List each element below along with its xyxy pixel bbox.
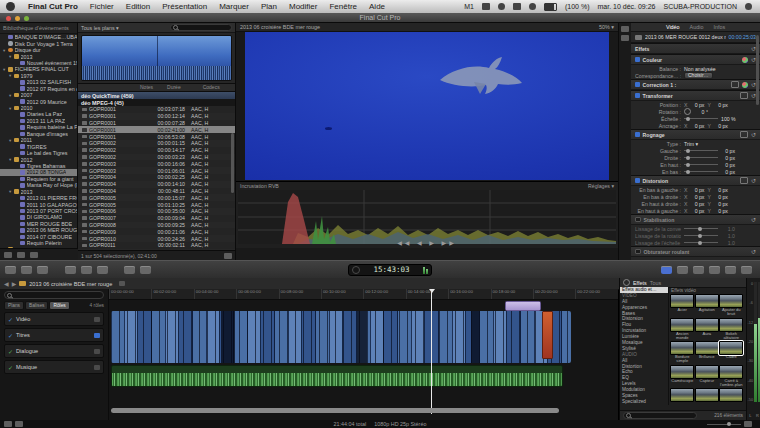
crop-enable-checkbox[interactable]: [635, 132, 640, 137]
transform-section-header[interactable]: Transformer ↺: [631, 90, 760, 101]
crop-param-field[interactable]: 0 px: [721, 155, 735, 161]
crop-type-dropdown[interactable]: Trim ▾: [684, 141, 698, 147]
correction-go-icon[interactable]: [731, 81, 739, 88]
menu-item[interactable]: Présentation: [162, 2, 207, 11]
rotation-field[interactable]: 0 °: [694, 109, 708, 115]
color-enable-checkbox[interactable]: [635, 57, 640, 62]
clip-row[interactable]: GOPR0007 00:00:09:04 AAC, H: [78, 215, 235, 222]
effect-thumbnail[interactable]: [695, 365, 719, 379]
clip-row[interactable]: GOPR0004 00:00:02:25 AAC, H: [78, 174, 235, 181]
primary-storyline[interactable]: [111, 311, 571, 363]
index-tab[interactable]: Plans: [4, 301, 24, 310]
audio-meter-mini-icon[interactable]: [423, 266, 428, 274]
role-minimize-icon[interactable]: [94, 333, 100, 338]
time-machine-icon[interactable]: [498, 3, 505, 10]
wifi-icon[interactable]: [529, 3, 536, 10]
timeline-index-toggle-icon[interactable]: [4, 421, 12, 427]
new-folder-icon[interactable]: [17, 252, 25, 258]
effect-thumbnail[interactable]: [695, 341, 719, 355]
effect-thumbnail[interactable]: [670, 318, 694, 332]
clip-action-icon[interactable]: [621, 35, 629, 41]
role-row[interactable]: ✓ Musique: [4, 360, 104, 374]
stabilization-section-header[interactable]: Stabilisation ↺: [631, 214, 760, 225]
apple-menu-icon[interactable]: [6, 2, 15, 11]
new-event-icon[interactable]: [4, 252, 12, 258]
photos-browser-icon[interactable]: [677, 266, 688, 274]
distort-section-header[interactable]: Distorsion ↺: [631, 175, 760, 186]
effects-browser-icon[interactable]: [661, 266, 672, 274]
menu-clock[interactable]: mar. 10 déc. 09:26: [598, 3, 656, 10]
inspector-tab[interactable]: Vidéo: [666, 24, 680, 30]
browser-scrollbar[interactable]: [231, 133, 234, 193]
role-minimize-icon[interactable]: [94, 317, 100, 322]
battery-icon[interactable]: [544, 3, 557, 11]
effect-thumbnail[interactable]: [719, 294, 743, 308]
role-row[interactable]: ✓ Vidéo: [4, 312, 104, 326]
crop-param-slider[interactable]: [684, 164, 718, 165]
clip-row[interactable]: GOPR0002 00:00:14:17 AAC, H: [78, 147, 235, 154]
clip-row[interactable]: GOPR0003 00:00:16:06 AAC, H: [78, 160, 235, 167]
rotation-dial[interactable]: [684, 108, 691, 115]
stabilization-field[interactable]: 1.0: [721, 233, 735, 239]
spotlight-icon[interactable]: [745, 3, 752, 10]
menu-item[interactable]: Plan: [261, 2, 277, 11]
distort-y-field[interactable]: 0 px: [714, 201, 728, 207]
menu-user[interactable]: SCUBA-PRODUCTION: [663, 3, 737, 10]
input-menu-label[interactable]: M1: [464, 3, 474, 10]
timeline-tracks-area[interactable]: 00:00:00:0000:02:00:0000:04:00:0000:06:0…: [109, 289, 618, 420]
effect-item[interactable]: Bokeh aléatoire: [719, 318, 744, 341]
library-action-icon[interactable]: [30, 252, 38, 258]
clip-row[interactable]: GOPR0004 00:00:14:10 AAC, H: [78, 181, 235, 188]
crop-param-slider[interactable]: [684, 171, 718, 172]
reset-icon[interactable]: ↺: [751, 216, 756, 223]
clip-row[interactable]: GOPR0005 00:01:10:25 AAC, H: [78, 201, 235, 208]
crop-param-field[interactable]: 0 px: [721, 169, 735, 175]
distort-y-field[interactable]: 0 px: [714, 208, 728, 214]
stabilization-field[interactable]: 1.0: [721, 240, 735, 246]
menu-item[interactable]: Final Cut Pro: [28, 2, 78, 11]
audio-meters-panel[interactable]: 0-6-12-20-30-40-50 L R: [746, 278, 760, 420]
effect-item[interactable]: Capteur: [695, 365, 720, 388]
effect-item[interactable]: Agitation: [695, 294, 720, 317]
role-checkbox[interactable]: ✓: [8, 348, 13, 355]
clip-row[interactable]: GOPR0006 00:00:35:00 AAC, H: [78, 208, 235, 215]
effect-item[interactable]: [695, 388, 720, 405]
color-board-icon[interactable]: [742, 57, 748, 63]
rolling-shutter-header[interactable]: Obturateur roulant ↺: [631, 246, 760, 257]
distort-x-field[interactable]: 0 px: [690, 187, 704, 193]
stabilization-checkbox[interactable]: [635, 217, 641, 223]
clip-row[interactable]: GOPR0001 00:02:41:00 AAC, H: [78, 126, 235, 133]
role-row[interactable]: ✓ Titres: [4, 328, 104, 342]
inspector-tab[interactable]: Audio: [690, 24, 704, 30]
music-browser-icon[interactable]: [693, 266, 704, 274]
index-tab[interactable]: Balises: [25, 301, 48, 310]
add-effects-icon[interactable]: [15, 421, 23, 427]
inspector-scrollbar[interactable]: [756, 35, 759, 105]
clip-row[interactable]: GOPR0008 00:00:09:25 AAC, H: [78, 222, 235, 229]
role-checkbox[interactable]: ✓: [8, 332, 13, 339]
timeline-scrollbar[interactable]: [111, 408, 559, 413]
clip-row[interactable]: GOPR0001 00:06:53:08 AAC, H: [78, 133, 235, 140]
role-checkbox[interactable]: ✓: [8, 316, 13, 323]
rolling-shutter-checkbox[interactable]: [635, 249, 641, 255]
effect-thumbnail[interactable]: [670, 365, 694, 379]
role-minimize-icon[interactable]: [94, 349, 100, 354]
distort-x-field[interactable]: 0 px: [690, 194, 704, 200]
append-edit-icon[interactable]: [65, 266, 76, 274]
tool-select-icon[interactable]: [124, 266, 135, 274]
column-notes[interactable]: Notes: [140, 84, 153, 91]
effect-item[interactable]: [670, 388, 695, 405]
correction-enable-checkbox[interactable]: [635, 82, 640, 87]
role-minimize-icon[interactable]: [94, 365, 100, 370]
color-wheel-icon[interactable]: [742, 82, 748, 88]
effect-item[interactable]: [719, 388, 744, 405]
clip-row[interactable]: GOPR0001 00:03:07:18 AAC, H: [78, 106, 235, 113]
menu-item[interactable]: Edition: [126, 2, 150, 11]
clip-appearance-icon[interactable]: [744, 421, 752, 427]
insert-edit-icon[interactable]: [97, 266, 108, 274]
reset-icon[interactable]: ↺: [751, 248, 756, 255]
title-clip[interactable]: [505, 301, 541, 311]
filmstrip-video-thumb[interactable]: [82, 36, 231, 66]
menu-item[interactable]: Fenêtre: [329, 2, 357, 11]
clip-row[interactable]: GOPR0002 00:00:03:23 AAC, H: [78, 154, 235, 161]
